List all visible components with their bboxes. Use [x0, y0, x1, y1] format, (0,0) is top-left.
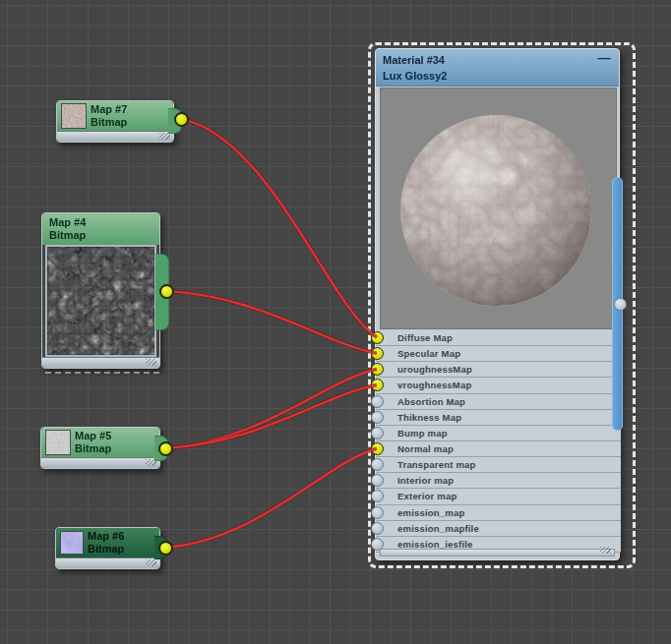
- slot-label: Transparent map: [397, 459, 476, 470]
- slot-label: emission_map: [397, 507, 464, 518]
- node-subtitle: Bitmap: [91, 116, 127, 129]
- node-footer: [41, 457, 159, 468]
- slot-label: Exterior map: [397, 491, 457, 501]
- node-subtitle: Bitmap: [75, 442, 111, 455]
- material-header[interactable]: Material #34 Lux Glossy2 —: [376, 49, 619, 87]
- material-slot-list: Diffuse MapSpecular MapuroughnessMapvrou…: [376, 330, 621, 553]
- slot-row-transparent-map[interactable]: Transparent map: [376, 457, 621, 473]
- slot-row-interior-map[interactable]: Interior map: [376, 473, 621, 489]
- node-footer: [42, 357, 159, 368]
- node-map7-header[interactable]: Map #7 Bitmap: [57, 101, 173, 131]
- node-subtitle: Bitmap: [88, 543, 124, 556]
- material-subtitle: Lux Glossy2: [383, 68, 612, 84]
- node-footer: [57, 131, 173, 142]
- output-connector-map4[interactable]: [159, 284, 174, 299]
- material-preview: [380, 88, 617, 329]
- node-map4[interactable]: Map #4 Bitmap: [41, 212, 160, 369]
- node-graph-canvas[interactable]: Map #7 Bitmap Map #4 Bitmap Map #5: [0, 0, 671, 644]
- slot-label: uroughnessMap: [397, 364, 472, 375]
- slot-row-bump-map[interactable]: Bump map: [376, 426, 621, 441]
- resize-grip[interactable]: [146, 359, 156, 366]
- wire-map4-to-specular-map[interactable]: [166, 291, 377, 353]
- slot-row-emission_map[interactable]: emission_map: [376, 505, 621, 521]
- slot-label: Diffuse Map: [397, 332, 453, 343]
- resize-grip[interactable]: [159, 133, 170, 140]
- node-material34[interactable]: Material #34 Lux Glossy2 — Diffuse MapSp…: [375, 48, 620, 560]
- node-map6[interactable]: Map #6 Bitmap: [55, 527, 160, 569]
- input-connector[interactable]: [371, 442, 384, 455]
- selection-outline-fragment: [45, 372, 159, 374]
- output-connector-map6[interactable]: [158, 541, 173, 556]
- input-connector[interactable]: [371, 490, 384, 502]
- wire-map5-to-vroughnessmap[interactable]: [165, 385, 377, 449]
- slot-label: Normal map: [397, 443, 454, 454]
- output-connector-map5[interactable]: [158, 441, 173, 456]
- input-connector[interactable]: [371, 347, 384, 360]
- material-title: Material #34: [383, 52, 612, 68]
- wire-map6-to-normal-map[interactable]: [165, 448, 377, 548]
- input-connector[interactable]: [371, 379, 384, 391]
- slot-label: Specular Map: [397, 348, 460, 359]
- node-map5[interactable]: Map #5 Bitmap: [40, 427, 160, 469]
- slot-row-uroughnessmap[interactable]: uroughnessMap: [376, 362, 621, 378]
- node-title: Map #4: [49, 216, 152, 229]
- input-connector[interactable]: [371, 427, 384, 439]
- node-title: Map #5: [75, 430, 111, 442]
- input-connector[interactable]: [371, 474, 384, 487]
- node-footer: [56, 557, 159, 568]
- slot-row-vroughnessmap[interactable]: vroughnessMap: [376, 378, 621, 393]
- slot-row-normal-map[interactable]: Normal map: [376, 441, 621, 457]
- slot-label: Absortion Map: [397, 396, 465, 407]
- slot-label: emission_mapfile: [397, 523, 479, 534]
- output-connector-map7[interactable]: [174, 112, 189, 127]
- input-connector[interactable]: [371, 522, 384, 535]
- slot-row-exterior-map[interactable]: Exterior map: [376, 489, 621, 504]
- input-connector[interactable]: [371, 395, 384, 408]
- node-title: Map #6: [88, 530, 124, 543]
- input-connector[interactable]: [371, 411, 384, 424]
- slot-row-specular-map[interactable]: Specular Map: [376, 346, 621, 362]
- slot-label: Interior map: [397, 475, 454, 486]
- slot-label: Thikness Map: [397, 412, 461, 423]
- node-title: Map #7: [91, 103, 127, 116]
- node-footer: [380, 549, 615, 556]
- slot-row-thikness-map[interactable]: Thikness Map: [376, 410, 621, 426]
- resize-grip[interactable]: [146, 559, 156, 566]
- slot-label: vroughnessMap: [397, 380, 471, 390]
- node-map4-header[interactable]: Map #4 Bitmap: [42, 213, 159, 245]
- slot-row-diffuse-map[interactable]: Diffuse Map: [376, 330, 621, 346]
- material-output-connector[interactable]: [614, 298, 627, 311]
- input-connector[interactable]: [371, 506, 384, 519]
- slot-label: Bump map: [397, 428, 448, 439]
- input-connector[interactable]: [371, 363, 384, 376]
- resize-grip[interactable]: [600, 547, 611, 554]
- collapse-icon[interactable]: —: [597, 53, 611, 65]
- bitmap-thumbnail: [61, 103, 87, 129]
- node-map6-header[interactable]: Map #6 Bitmap: [56, 528, 159, 557]
- bitmap-thumbnail: [60, 531, 84, 555]
- node-map7[interactable]: Map #7 Bitmap: [56, 100, 174, 143]
- node-map5-header[interactable]: Map #5 Bitmap: [41, 428, 159, 457]
- node-subtitle: Bitmap: [49, 229, 152, 242]
- wire-map5-to-uroughnessmap[interactable]: [165, 369, 377, 448]
- bitmap-thumbnail: [45, 430, 71, 455]
- wire-map7-to-diffuse-map[interactable]: [181, 119, 377, 337]
- input-connector[interactable]: [371, 331, 384, 344]
- slot-row-emission_mapfile[interactable]: emission_mapfile: [376, 521, 621, 537]
- slot-row-absortion-map[interactable]: Absortion Map: [376, 394, 621, 410]
- bitmap-preview: [45, 245, 156, 357]
- input-connector[interactable]: [371, 458, 384, 471]
